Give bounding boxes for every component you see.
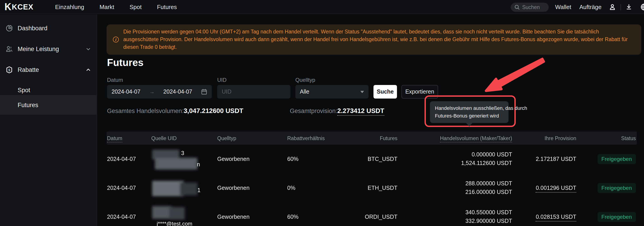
cell-source-uid-redacted: 3 n	[151, 145, 217, 174]
user-icon[interactable]	[609, 4, 616, 11]
nav-links: Einzahlung Markt Spot Futures	[55, 4, 177, 10]
nav-link-spot[interactable]: Spot	[130, 4, 142, 10]
download-app-icon[interactable]	[626, 4, 632, 11]
table-row: 2024-04-07 1 Geworbenen 0% ETH_USDT 288.…	[106, 174, 637, 202]
cell-ratio: 60%	[287, 156, 343, 162]
tooltip-caret	[466, 122, 473, 127]
cell-source-type: Geworbenen	[217, 156, 287, 162]
status-badge: Freigegeben	[597, 183, 636, 193]
cell-volume: 288.000000 USDT 216.000000 USDT	[398, 179, 512, 197]
source-filter-label: Quelltyp	[295, 77, 315, 83]
nav-link-einzahlung[interactable]: Einzahlung	[55, 4, 84, 10]
date-range-arrow-icon: →	[149, 89, 155, 95]
cell-pair: ETH_USDT	[343, 185, 398, 191]
navbar-right: Suchen Wallet Aufträge	[511, 0, 644, 14]
sidebar-label: Meine Leistung	[18, 46, 59, 52]
table-header-row: Datum Quelle UID Quelltyp Rabattverhältn…	[106, 132, 637, 145]
uid-email-fragment: j****@test.com	[157, 220, 192, 226]
cell-ratio: 0%	[287, 185, 343, 191]
sidebar-label: Spot	[18, 87, 30, 93]
header-status: Status	[576, 135, 636, 141]
rebate-coin-icon: $	[6, 66, 13, 73]
nav-link-auftraege[interactable]: Aufträge	[580, 4, 602, 11]
kcex-logo[interactable]: K KCEX	[4, 1, 34, 12]
nav-link-futures[interactable]: Futures	[157, 4, 177, 10]
cell-date: 2024-04-07	[106, 185, 151, 191]
cell-source-type: Geworbenen	[217, 214, 287, 220]
total-volume-label: Gesamtes Handelsvolumen:	[107, 108, 184, 114]
tooltip-line2: Futures-Bonus generiert wird	[435, 112, 504, 120]
search-button[interactable]: Suche	[374, 85, 397, 99]
top-navbar: K KCEX Einzahlung Markt Spot Futures Suc…	[0, 0, 644, 14]
performance-users-icon	[6, 45, 13, 53]
header-quelle-uid: Quelle UID	[151, 135, 217, 141]
banner-text: Die Provisionen werden gegen 04:00 Uhr (…	[123, 28, 635, 51]
table-row: 2024-04-07 j****@test.com Geworbenen 60%…	[106, 202, 637, 226]
sidebar: Dashboard Meine Leistung $	[0, 15, 97, 226]
info-icon: i	[113, 37, 119, 43]
chevron-down-icon	[86, 46, 91, 51]
select-caret-icon	[360, 91, 364, 93]
nav-link-markt[interactable]: Markt	[100, 4, 114, 10]
volume-tooltip: Handelsvolumen ausschließen, das durch F…	[430, 101, 508, 123]
status-badge: Freigegeben	[597, 212, 636, 222]
search-placeholder: Suchen	[522, 4, 540, 10]
cell-pair: BTC_USDT	[343, 156, 398, 162]
brand-name: KCEX	[12, 3, 34, 11]
source-type-value: Alle	[300, 89, 309, 95]
cell-ratio: 60%	[287, 214, 343, 220]
rebates-table: Datum Quelle UID Quelltyp Rabattverhältn…	[106, 132, 637, 226]
date-range-picker[interactable]: 2024-04-07 → 2024-04-07	[107, 85, 212, 99]
dashboard-pie-icon	[6, 24, 13, 32]
search-icon	[514, 4, 520, 10]
main-content: i Die Provisionen werden gegen 04:00 Uhr…	[98, 15, 644, 226]
date-from: 2024-04-07	[112, 89, 140, 95]
uid-filter-label: UID	[217, 77, 226, 83]
totals-row: Gesamtes Handelsvolumen: 3,047.212600 US…	[107, 107, 384, 116]
cell-commission[interactable]: 0.028153 USDT	[536, 214, 576, 221]
header-quelltyp: Quelltyp	[217, 135, 287, 141]
cell-source-type: Geworbenen	[217, 185, 287, 191]
header-rabattverhaeltnis: Rabattverhältnis	[287, 135, 343, 141]
cell-commission[interactable]: 0.001296 USDT	[536, 185, 576, 192]
sidebar-item-dashboard[interactable]: Dashboard	[0, 18, 97, 38]
cell-volume: 0.000000 USDT 1,524.112600 USDT	[398, 150, 512, 168]
date-filter-label: Datum	[107, 77, 123, 83]
language-globe-icon[interactable]	[640, 3, 644, 11]
search-input[interactable]: Suchen	[511, 3, 549, 12]
tooltip-line1: Handelsvolumen ausschließen, das durch	[435, 104, 504, 112]
cell-date: 2024-04-07	[106, 156, 151, 162]
uid-input[interactable]	[222, 89, 286, 95]
total-commission-value[interactable]: 2.273412 USDT	[337, 107, 384, 116]
svg-text:$: $	[8, 68, 10, 72]
cell-commission: 2.172187 USDT	[512, 156, 576, 162]
cell-source-uid-redacted: j****@test.com	[151, 202, 217, 226]
cell-pair: ORDI_USDT	[343, 214, 398, 220]
status-badge: Freigegeben	[597, 154, 636, 164]
nav-divider	[620, 4, 621, 10]
sidebar-label: Dashboard	[18, 25, 48, 32]
sidebar-label: Rabatte	[18, 66, 39, 73]
header-futures: Futures	[343, 135, 398, 141]
table-row: 2024-04-07 3 n Geworbenen 60% BTC_USDT 0…	[106, 145, 637, 174]
header-handelsvolumen[interactable]: Handelsvolumen (Maker/Taker)	[440, 135, 512, 142]
cell-volume: 340.550000 USDT 332.900000 USDT	[398, 208, 512, 225]
calendar-icon	[201, 89, 207, 95]
kcex-logo-icon: K	[4, 1, 11, 13]
cell-date: 2024-04-07	[106, 214, 151, 220]
kcex-rebates-page: K KCEX Einzahlung Markt Spot Futures Suc…	[0, 0, 644, 226]
annotation-arrow	[479, 54, 551, 95]
nav-link-wallet[interactable]: Wallet	[555, 4, 571, 11]
sidebar-item-futures[interactable]: Futures	[0, 95, 97, 115]
total-volume-value: 3,047.212600 USDT	[184, 107, 243, 114]
info-banner: i Die Provisionen werden gegen 04:00 Uhr…	[106, 25, 641, 55]
source-type-select[interactable]: Alle	[295, 85, 368, 99]
cell-source-uid-redacted: 1	[151, 174, 217, 202]
header-ihre-provision: Ihre Provision	[512, 135, 576, 141]
total-commission-label: Gesamtprovision:	[290, 108, 337, 114]
sidebar-item-rabatte[interactable]: $ Rabatte	[0, 60, 97, 80]
sidebar-item-meine-leistung[interactable]: Meine Leistung	[0, 39, 97, 59]
header-datum[interactable]: Datum	[107, 135, 122, 142]
date-to: 2024-04-07	[163, 89, 192, 95]
sidebar-label: Futures	[18, 101, 38, 108]
